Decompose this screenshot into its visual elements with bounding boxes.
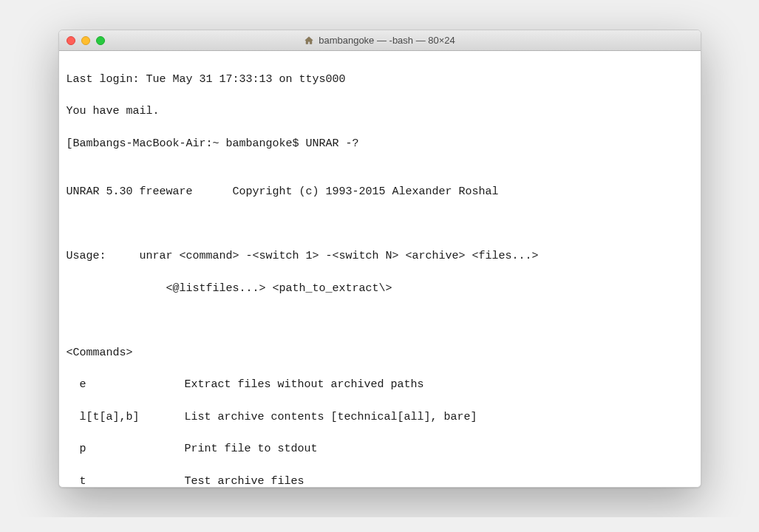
command-key: t bbox=[67, 474, 185, 488]
command-key: e bbox=[67, 377, 185, 393]
blank-line bbox=[67, 216, 693, 233]
usage-line-2: <@listfiles...> <path_to_extract\> bbox=[67, 281, 693, 297]
command-key: p bbox=[67, 441, 185, 457]
usage-line-1: Usage: unrar <command> -<switch 1> -<swi… bbox=[67, 248, 693, 265]
command-key: l[t[a],b] bbox=[67, 409, 185, 426]
prompt-open-bracket: [ bbox=[67, 136, 73, 152]
close-button[interactable] bbox=[67, 36, 75, 45]
terminal-content[interactable]: Last login: Tue May 31 17:33:13 on ttys0… bbox=[59, 51, 701, 487]
command-desc: List archive contents [technical[all], b… bbox=[185, 409, 477, 426]
traffic-lights bbox=[67, 36, 105, 45]
prompt-line: [Bambangs-MacBook-Air:~ bambangoke$ UNRA… bbox=[67, 136, 693, 152]
home-icon bbox=[304, 35, 314, 46]
command-desc: Test archive files bbox=[185, 474, 304, 488]
titlebar[interactable]: bambangoke — -bash — 80×24 bbox=[59, 30, 701, 51]
command-row: l[t[a],b]List archive contents [technica… bbox=[67, 409, 693, 426]
command-desc: Print file to stdout bbox=[185, 441, 318, 457]
prompt-text: Bambangs-MacBook-Air:~ bambangoke$ bbox=[73, 136, 306, 152]
maximize-button[interactable] bbox=[96, 36, 105, 45]
version-line: UNRAR 5.30 freeware Copyright (c) 1993-2… bbox=[67, 184, 693, 200]
terminal-window: bambangoke — -bash — 80×24 Last login: T… bbox=[58, 30, 701, 488]
command-row: tTest archive files bbox=[67, 474, 693, 488]
login-line: Last login: Tue May 31 17:33:13 on ttys0… bbox=[67, 72, 693, 88]
command-desc: Extract files without archived paths bbox=[185, 377, 424, 393]
mail-line: You have mail. bbox=[67, 103, 693, 120]
command-row: eExtract files without archived paths bbox=[67, 377, 693, 393]
blank-line bbox=[67, 313, 693, 329]
minimize-button[interactable] bbox=[81, 36, 90, 45]
command-text: UNRAR -? bbox=[306, 136, 359, 152]
commands-header: <Commands> bbox=[67, 345, 693, 361]
window-title: bambangoke — -bash — 80×24 bbox=[319, 35, 455, 46]
command-row: pPrint file to stdout bbox=[67, 441, 693, 457]
window-title-wrap: bambangoke — -bash — 80×24 bbox=[59, 35, 701, 46]
